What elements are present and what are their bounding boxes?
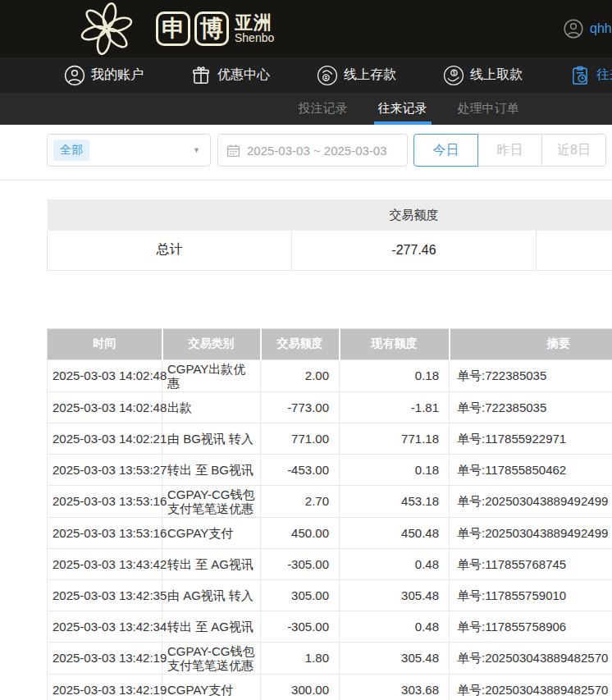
date-range-value: 2025-03-03 ~ 2025-03-03 <box>247 144 387 158</box>
cell-type: 由 BG视讯 转入 <box>162 423 261 454</box>
cell-memo: 单号:117855922971 <box>450 423 612 454</box>
cell-memo: 单号:202503043889492499 <box>450 517 612 548</box>
cell-amount: 2.70 <box>261 485 340 517</box>
cell-amount: -453.00 <box>261 454 340 485</box>
table-row: 2025-03-03 13:42:19 CGPAY-CG钱包支付笔笔送优惠 1.… <box>48 642 612 674</box>
yesterday-button[interactable]: 昨日 <box>477 134 542 167</box>
nav-item-deposit[interactable]: 线上存款 <box>317 65 396 86</box>
cell-memo: 单号:117855758906 <box>450 611 612 642</box>
cell-type: CGPAY支付 <box>162 517 261 548</box>
cell-memo: 单号:722385035 <box>450 359 612 391</box>
col-header-time: 时间 <box>48 328 162 359</box>
cell-amount: 450.00 <box>261 517 340 548</box>
cell-amount: -773.00 <box>261 391 340 423</box>
col-header-memo: 摘要 <box>450 328 612 359</box>
table-row: 2025-03-03 13:43:42 转出 至 AG视讯 -305.00 0.… <box>48 548 612 579</box>
cell-memo: 单号:202503043889482570 <box>450 674 612 700</box>
type-select[interactable]: 全部 ▼ <box>47 134 211 167</box>
summary-header-empty <box>48 199 292 231</box>
cell-memo: 单号:117855850462 <box>450 454 612 485</box>
flower-logo-icon <box>69 2 144 55</box>
cell-type: 转出 至 AG视讯 <box>162 611 261 642</box>
cell-balance: 771.18 <box>340 423 450 454</box>
nav-label: 往来记录 <box>596 66 612 84</box>
cell-memo: 单号:722385035 <box>450 391 612 423</box>
withdraw-icon: $ <box>443 65 464 86</box>
nav-label: 线上存款 <box>344 66 396 84</box>
records-header-row: 时间 交易类别 交易额度 现有额度 摘要 <box>48 328 612 359</box>
cell-time: 2025-03-03 13:42:19 <box>48 642 162 674</box>
cell-type: 转出 至 BG视讯 <box>162 454 261 485</box>
tab-transaction-records[interactable]: 往来记录 <box>376 93 430 125</box>
cell-balance: 305.48 <box>340 579 450 611</box>
last-8-days-button[interactable]: 近8日 <box>541 134 606 167</box>
records-icon <box>569 65 591 86</box>
cell-time: 2025-03-03 14:02:48 <box>48 391 162 423</box>
cell-balance: 450.48 <box>340 517 450 548</box>
type-select-value: 全部 <box>53 140 89 161</box>
nav-item-my-account[interactable]: 我的账户 <box>64 65 144 86</box>
table-row: 2025-03-03 14:02:21 由 BG视讯 转入 771.00 771… <box>48 423 612 454</box>
cell-time: 2025-03-03 13:53:16 <box>48 485 162 517</box>
cell-type: 转出 至 AG视讯 <box>162 548 261 579</box>
nav-item-transaction-records[interactable]: 往来记录 <box>569 65 612 86</box>
nav-item-withdraw[interactable]: $ 线上取款 <box>443 65 523 86</box>
logo-brand-text: Shenbo <box>235 32 274 44</box>
summary-total-row: 总计 -277.46 <box>48 231 612 270</box>
cell-time: 2025-03-03 13:42:35 <box>48 579 162 611</box>
cell-balance: 0.18 <box>340 359 450 391</box>
summary-table: 交易额度 总计 -277.46 <box>47 199 612 271</box>
cell-balance: 0.48 <box>340 548 450 579</box>
table-row: 2025-03-03 13:42:35 由 AG视讯 转入 305.00 305… <box>48 579 612 611</box>
calendar-icon <box>226 144 240 158</box>
cell-amount: -305.00 <box>261 611 340 642</box>
cell-balance: 0.48 <box>340 611 450 642</box>
cell-time: 2025-03-03 13:53:27 <box>48 454 162 485</box>
records-table: 时间 交易类别 交易额度 现有额度 摘要 2025-03-03 14:02:48… <box>47 328 612 700</box>
deposit-icon <box>317 65 338 86</box>
cell-time: 2025-03-03 13:42:19 <box>48 674 162 700</box>
summary-total-label: 总计 <box>48 231 292 270</box>
cell-memo: 单号:117855759010 <box>450 579 612 611</box>
quick-date-buttons: 今日 昨日 近8日 <box>413 134 606 167</box>
records-section: 时间 交易类别 交易额度 现有额度 摘要 2025-03-03 14:02:48… <box>47 328 612 700</box>
cell-time: 2025-03-03 13:53:16 <box>48 517 162 548</box>
cell-balance: 0.18 <box>340 454 450 485</box>
logo-region-text: 亚洲 <box>235 13 274 32</box>
summary-header-amount: 交易额度 <box>292 199 537 231</box>
svg-text:$: $ <box>453 70 456 75</box>
col-header-balance: 现有额度 <box>340 328 450 359</box>
cell-amount: 1.80 <box>261 642 340 674</box>
user-avatar-icon <box>563 18 584 39</box>
cell-type: CGPAY支付 <box>162 674 261 700</box>
cell-amount: 771.00 <box>261 423 340 454</box>
nav-label: 优惠中心 <box>217 66 270 84</box>
summary-header-empty2 <box>537 199 612 231</box>
col-header-type: 交易类别 <box>162 328 261 359</box>
tab-betting-records[interactable]: 投注记录 <box>296 93 350 125</box>
filter-bar: 全部 ▼ 2025-03-03 ~ 2025-03-03 今日 昨日 近8日 <box>0 125 612 181</box>
table-row: 2025-03-03 14:02:48 出款 -773.00 -1.81 单号:… <box>48 391 612 423</box>
username[interactable]: qhh <box>590 21 612 36</box>
tab-pending-orders[interactable]: 处理中订单 <box>455 93 522 125</box>
cell-time: 2025-03-03 14:02:21 <box>48 423 162 454</box>
cell-amount: 2.00 <box>261 359 340 391</box>
table-row: 2025-03-03 13:42:34 转出 至 AG视讯 -305.00 0.… <box>48 611 612 642</box>
today-button[interactable]: 今日 <box>413 134 478 167</box>
cell-type: CGPAY-CG钱包支付笔笔送优惠 <box>162 642 261 674</box>
date-range-input[interactable]: 2025-03-03 ~ 2025-03-03 <box>217 134 408 167</box>
main-navigation: 我的账户 优惠中心 线上存款 $ 线上取款 <box>0 57 612 93</box>
logo-char-bo: 博 <box>194 11 229 46</box>
cell-type: CGPAY出款优惠 <box>162 359 261 391</box>
cell-type: 由 AG视讯 转入 <box>162 579 261 611</box>
top-bar: 申 博 亚洲 Shenbo qhh <box>0 0 612 57</box>
cell-memo: 单号:117855768745 <box>450 548 612 579</box>
user-account[interactable]: qhh <box>563 0 612 57</box>
cell-time: 2025-03-03 13:42:34 <box>48 611 162 642</box>
cell-amount: -305.00 <box>261 548 340 579</box>
cell-time: 2025-03-03 13:43:42 <box>48 548 162 579</box>
table-row: 2025-03-03 13:42:19 CGPAY支付 300.00 303.6… <box>48 674 612 700</box>
nav-item-promotions[interactable]: 优惠中心 <box>190 65 270 86</box>
site-logo[interactable]: 申 博 亚洲 Shenbo <box>69 2 274 55</box>
nav-label: 线上取款 <box>470 66 523 84</box>
